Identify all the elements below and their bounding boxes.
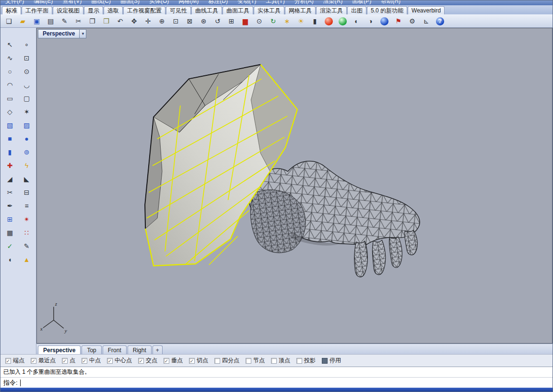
wireframe-hand-mesh[interactable] — [248, 161, 420, 277]
check-icon[interactable]: ✓ — [3, 240, 17, 252]
four-viewports-icon[interactable]: ⊞ — [225, 15, 238, 27]
viewport-title[interactable]: Perspective ▼ — [38, 29, 86, 38]
menu-item[interactable]: 面板(P) — [352, 0, 371, 5]
gumball-icon[interactable]: ∗ — [281, 15, 294, 27]
osnap-toggle[interactable]: 节点 — [246, 356, 265, 365]
checkbox[interactable] — [296, 358, 302, 364]
checkbox[interactable] — [164, 358, 169, 364]
toolbar-tab[interactable]: 渲染工具 — [316, 6, 347, 14]
checkbox[interactable] — [246, 358, 251, 364]
toolbar-tab[interactable]: 曲线工具 — [191, 6, 222, 14]
grid-icon[interactable]: ▦ — [3, 226, 17, 238]
osnap-toggle[interactable]: 停用 — [322, 356, 341, 365]
ellipse-icon[interactable]: ⊙ — [20, 65, 34, 77]
menu-item[interactable]: 渲染(R) — [323, 0, 343, 5]
shade-icon[interactable]: ◖ — [3, 253, 17, 265]
osnap-toggle[interactable]: 交点 — [138, 356, 157, 365]
menu-item[interactable]: 文件(F) — [5, 0, 24, 5]
toolbar-tab[interactable]: 出图 — [347, 6, 366, 14]
toolbar-tab[interactable]: 设定视图 — [53, 6, 83, 14]
zoom-dynamic-icon[interactable]: ⊕ — [155, 15, 168, 27]
osnap-toggle[interactable]: 四分点 — [214, 356, 239, 365]
menu-item[interactable]: 标注(D) — [208, 0, 228, 5]
pan-icon[interactable]: ✥ — [128, 15, 141, 27]
pen-icon[interactable]: ✒ — [3, 200, 17, 212]
menu-item[interactable]: 曲线(C) — [91, 0, 111, 5]
flag-icon[interactable]: ⚑ — [392, 15, 405, 27]
star-icon[interactable]: ✶ — [20, 106, 34, 118]
shaded-mode-icon[interactable]: ◐ — [350, 15, 363, 27]
checkbox[interactable] — [214, 358, 220, 364]
help-icon[interactable]: ? — [434, 15, 447, 27]
toolbar-tab[interactable]: 实体工具 — [254, 6, 284, 14]
osnap-toggle[interactable]: 最近点 — [31, 356, 56, 365]
viewport-tab[interactable]: + — [153, 345, 163, 354]
fillet-icon[interactable]: ◢ — [3, 173, 17, 185]
zoom-window-icon[interactable]: ⊡ — [169, 15, 182, 27]
save-icon[interactable]: ▣ — [30, 15, 43, 27]
toolbar-tab[interactable]: 显示 — [84, 6, 103, 14]
annotate-icon[interactable]: ✎ — [58, 15, 71, 27]
lamp-icon[interactable]: ☀ — [294, 15, 307, 27]
checkbox[interactable] — [82, 358, 87, 364]
checkbox[interactable] — [271, 358, 277, 364]
chamfer-icon[interactable]: ◣ — [20, 173, 34, 185]
osnap-toggle[interactable]: 垂点 — [164, 356, 183, 365]
split-icon[interactable]: ⊟ — [20, 186, 34, 198]
toolbar-tab[interactable]: 曲面工具 — [223, 6, 253, 14]
menu-item[interactable]: 编辑(E) — [34, 0, 53, 5]
checkbox[interactable] — [31, 358, 36, 364]
osnap-toggle[interactable]: 中点 — [82, 356, 101, 365]
rectangle-icon[interactable]: ▭ — [3, 92, 17, 104]
menu-item[interactable]: 实体(O) — [149, 0, 169, 5]
checkbox[interactable] — [107, 358, 113, 364]
osnap-toggle[interactable]: 投影 — [296, 356, 316, 365]
join-icon[interactable]: ⊞ — [3, 213, 17, 225]
osnap-toggle[interactable]: 切点 — [189, 356, 208, 365]
point-icon[interactable]: ∘ — [20, 38, 34, 50]
paint-icon[interactable]: ✚ — [3, 159, 17, 171]
surface-icon[interactable]: ▨ — [20, 119, 34, 131]
arc-icon[interactable]: ◠ — [3, 79, 17, 91]
select-arrow-icon[interactable]: ↖ — [3, 38, 17, 50]
open-file-icon[interactable]: ▰ — [16, 15, 29, 27]
array-icon[interactable]: ∷ — [20, 226, 34, 238]
menu-item[interactable]: 查看(V) — [62, 0, 82, 5]
checkbox[interactable] — [322, 358, 328, 364]
checkbox[interactable] — [62, 358, 68, 364]
toolbar-tab[interactable]: 选取 — [104, 6, 123, 14]
menu-item[interactable]: 变动(T) — [237, 0, 256, 5]
polygon-icon[interactable]: ◇ — [3, 106, 17, 118]
sphere-icon[interactable]: ● — [20, 132, 34, 144]
osnap-toggle[interactable]: 端点 — [5, 356, 24, 365]
checkbox[interactable] — [5, 358, 11, 364]
cplane-corner-icon[interactable]: ⊾ — [420, 15, 433, 27]
control-points-icon[interactable]: ⊡ — [20, 52, 34, 64]
gear-icon[interactable]: ⚙ — [406, 15, 419, 27]
chevron-down-icon[interactable]: ▼ — [80, 29, 86, 38]
wheel-icon[interactable]: ⊙ — [253, 15, 266, 27]
viewport-tab[interactable]: Right — [128, 345, 152, 354]
menu-item[interactable]: 网格(M) — [178, 0, 199, 5]
lightning-icon[interactable]: ϟ — [20, 159, 34, 171]
osnap-toggle[interactable]: 中心点 — [107, 356, 132, 365]
explode-icon[interactable]: ✴ — [20, 213, 34, 225]
edit-icon[interactable]: ✎ — [20, 240, 34, 252]
cone-icon[interactable]: ▲ — [20, 253, 34, 265]
cylinder-icon[interactable]: ▮ — [3, 146, 17, 158]
viewport-title-label[interactable]: Perspective — [38, 29, 80, 38]
menu-item[interactable]: 曲面(S) — [120, 0, 140, 5]
viewport-tab[interactable]: Perspective — [38, 345, 81, 354]
copy-icon[interactable]: ❐ — [86, 15, 99, 27]
viewport-tab[interactable]: Front — [103, 345, 127, 354]
trim-icon[interactable]: ✂ — [3, 186, 17, 198]
tube-icon[interactable]: ⊚ — [20, 146, 34, 158]
toolbar-tab[interactable]: 工作平面 — [22, 6, 52, 14]
command-prompt-line[interactable]: 指令: — [0, 377, 553, 388]
extrude-icon[interactable]: ▧ — [3, 119, 17, 131]
toolbar-tab[interactable]: 网格工具 — [285, 6, 316, 14]
circle-icon[interactable]: ○ — [3, 65, 17, 77]
ghosted-mode-icon[interactable]: ◑ — [364, 15, 377, 27]
toolbar-tab[interactable]: 工作视窗配置 — [123, 6, 165, 14]
xray-mode-icon[interactable] — [378, 15, 391, 27]
